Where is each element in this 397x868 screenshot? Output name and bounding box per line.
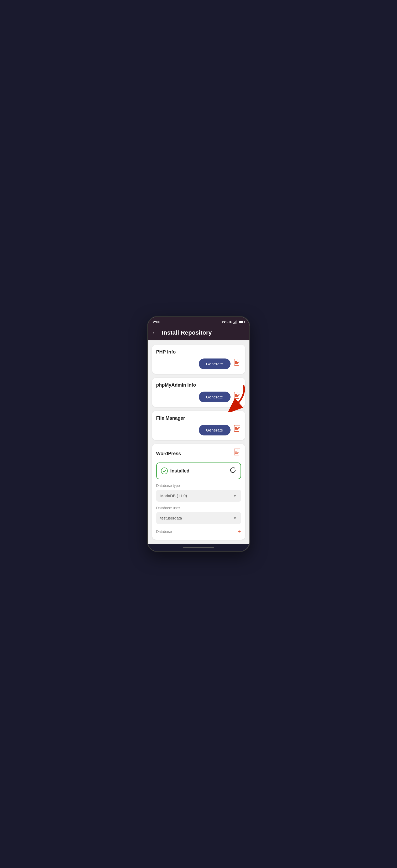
signal-icon <box>234 320 237 324</box>
php-doc-icon[interactable] <box>234 359 241 369</box>
phpmyadmin-info-card: phpMyAdmin Info Generate <box>152 378 245 407</box>
file-manager-card: File Manager Generate <box>152 411 245 440</box>
home-indicator <box>148 544 249 551</box>
chevron-down-icon: ▼ <box>233 494 237 498</box>
php-generate-button[interactable]: Generate <box>199 359 231 369</box>
wifi-icon: ▾▾ <box>222 320 225 324</box>
database-section-header: Database + <box>156 528 241 535</box>
back-button[interactable]: ← <box>152 330 158 336</box>
file-manager-title: File Manager <box>156 415 241 421</box>
wordpress-card: WordPress <box>152 444 245 540</box>
phpmyadmin-doc-icon[interactable] <box>234 392 241 402</box>
add-database-button[interactable]: + <box>238 528 241 535</box>
file-manager-generate-button[interactable]: Generate <box>199 425 231 435</box>
home-bar <box>183 547 214 548</box>
php-info-card: PHP Info Generate <box>152 345 245 374</box>
database-user-select[interactable]: testuserdata ▼ <box>156 512 241 524</box>
check-circle-icon <box>161 467 168 474</box>
installed-status: Installed <box>171 468 190 474</box>
svg-rect-12 <box>238 425 240 427</box>
phpmyadmin-generate-button[interactable]: Generate <box>199 392 231 402</box>
chevron-down-icon-2: ▼ <box>233 516 237 520</box>
app-bar: ← Install Repository <box>148 326 249 340</box>
wordpress-header: WordPress <box>156 448 241 459</box>
page-title: Install Repository <box>162 329 212 336</box>
wordpress-title: WordPress <box>156 451 181 457</box>
database-type-select[interactable]: MariaDB (11.0) ▼ <box>156 490 241 502</box>
battery-icon <box>239 321 244 323</box>
file-manager-doc-icon[interactable] <box>234 425 241 435</box>
lte-label: LTE <box>226 320 233 324</box>
status-icons: ▾▾ LTE <box>222 320 244 324</box>
database-user-label: Database user <box>156 506 241 510</box>
svg-rect-17 <box>238 449 240 451</box>
status-time: 2:00 <box>153 320 160 324</box>
svg-rect-6 <box>238 392 240 394</box>
php-info-title: PHP Info <box>156 349 241 355</box>
database-user-value: testuserdata <box>160 516 182 520</box>
installed-left: Installed <box>161 467 190 474</box>
database-type-value: MariaDB (11.0) <box>160 494 187 498</box>
phone-frame: 2:00 ▾▾ LTE ← Install Repository <box>147 316 250 552</box>
phpmyadmin-info-actions: Generate <box>156 392 241 402</box>
installed-badge: Installed <box>156 463 241 479</box>
database-label: Database <box>156 529 172 534</box>
database-type-label: Database type <box>156 484 241 488</box>
content-area: PHP Info Generate phpMyAdmin Info <box>148 340 249 544</box>
php-info-actions: Generate <box>156 359 241 369</box>
wordpress-doc-icon[interactable] <box>234 448 241 459</box>
phpmyadmin-info-title: phpMyAdmin Info <box>156 382 241 388</box>
file-manager-actions: Generate <box>156 425 241 435</box>
svg-rect-1 <box>238 359 240 361</box>
refresh-icon[interactable] <box>230 467 236 475</box>
status-bar: 2:00 ▾▾ LTE <box>148 317 249 326</box>
